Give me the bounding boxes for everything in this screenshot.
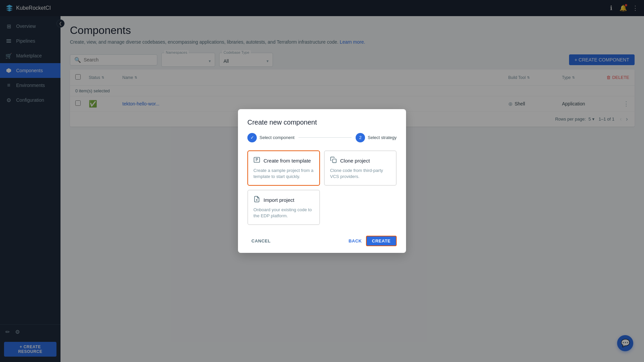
svg-rect-5: [333, 159, 336, 163]
option-clone-project-header: Clone project: [330, 156, 391, 165]
option-import-project[interactable]: Import project Onboard your existing cod…: [247, 190, 320, 225]
dialog-cancel-button[interactable]: CANCEL: [247, 236, 275, 246]
step-2-label: Select strategy: [368, 135, 397, 140]
step-1-circle: ✓: [247, 133, 257, 142]
dialog-actions: CANCEL BACK CREATE: [247, 233, 397, 246]
step-1-label: Select component: [259, 135, 294, 140]
step-connector: [298, 137, 352, 138]
option-import-project-title: Import project: [264, 197, 294, 203]
option-from-template[interactable]: Create from template Create a sample pro…: [247, 150, 320, 186]
clone-icon: [330, 156, 337, 165]
template-icon: [253, 156, 260, 165]
option-import-project-header: Import project: [253, 196, 314, 204]
option-clone-project-title: Clone project: [340, 158, 370, 164]
dialog-create-button[interactable]: CREATE: [366, 236, 397, 246]
import-icon: [253, 196, 260, 204]
dialog-back-button[interactable]: BACK: [345, 236, 366, 246]
step-2: 2 Select strategy: [356, 133, 397, 142]
create-component-dialog: Create new component ✓ Select component …: [238, 109, 406, 253]
step-1: ✓ Select component: [247, 133, 294, 142]
step-2-circle: 2: [356, 133, 365, 142]
option-clone-project[interactable]: Clone project Clone code from third-part…: [324, 150, 397, 186]
option-from-template-header: Create from template: [253, 156, 314, 165]
modal-overlay: Create new component ✓ Select component …: [0, 0, 644, 362]
option-clone-project-desc: Clone code from third-party VCS provider…: [330, 168, 391, 180]
option-import-project-desc: Onboard your existing code to the EDP pl…: [253, 207, 314, 219]
dialog-stepper: ✓ Select component 2 Select strategy: [247, 133, 397, 142]
option-from-template-desc: Create a sample project from a template …: [253, 168, 314, 180]
options-grid: Create from template Create a sample pro…: [247, 150, 397, 225]
option-from-template-title: Create from template: [264, 158, 311, 164]
dialog-title: Create new component: [247, 119, 397, 126]
